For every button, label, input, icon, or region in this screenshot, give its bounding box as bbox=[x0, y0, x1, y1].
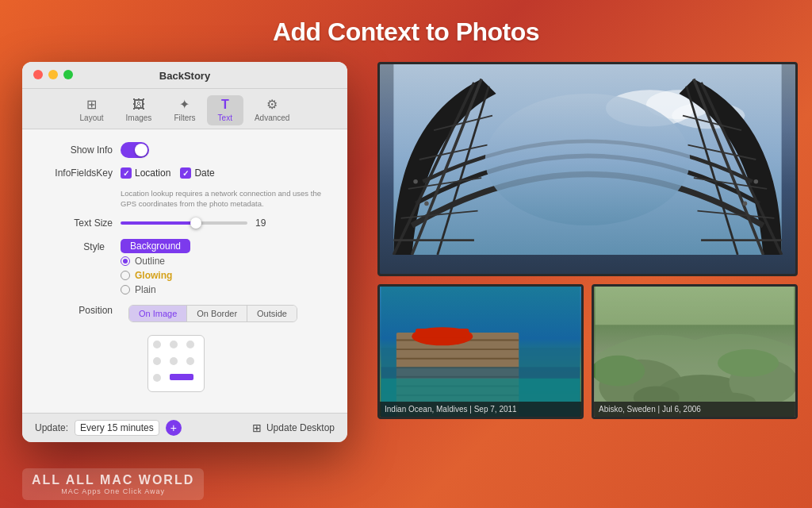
window-title: BackStory bbox=[33, 70, 336, 82]
position-tabs: On Image On Border Outside bbox=[128, 305, 297, 322]
slider-thumb[interactable] bbox=[190, 217, 201, 229]
position-on-border[interactable]: On Border bbox=[187, 306, 247, 321]
svg-point-20 bbox=[485, 94, 690, 225]
window-bottom: Update: Every 15 minutes + ⊞ Update Desk… bbox=[22, 413, 347, 442]
tab-text-label: Text bbox=[218, 114, 232, 122]
maldives-svg bbox=[380, 287, 581, 417]
position-row: Position On Image On Border Outside bbox=[41, 305, 328, 392]
tab-layout-label: Layout bbox=[80, 114, 104, 122]
plain-radio[interactable] bbox=[121, 285, 130, 294]
location-checkbox-item[interactable]: Location bbox=[121, 167, 170, 179]
layout-icon: ⊞ bbox=[86, 98, 97, 111]
style-background-option[interactable]: Background bbox=[121, 238, 190, 252]
filters-icon: ✦ bbox=[179, 98, 190, 111]
style-plain-option[interactable]: Plain bbox=[121, 284, 190, 295]
svg-point-24 bbox=[754, 179, 759, 184]
eiffel-svg bbox=[380, 64, 795, 255]
desktop-icon: ⊞ bbox=[252, 421, 262, 434]
maldives-caption: Indian Ocean, Maldives | Sep 7, 2011 bbox=[380, 402, 581, 417]
text-size-row: Text Size 19 bbox=[41, 217, 328, 229]
grid-dot-tc[interactable] bbox=[170, 341, 178, 348]
style-section: Style Background Outline Glowing bbox=[41, 238, 328, 295]
glowing-radio[interactable] bbox=[121, 271, 130, 280]
update-desktop-label: Update Desktop bbox=[266, 422, 335, 433]
location-checkbox[interactable] bbox=[121, 167, 132, 179]
tab-advanced[interactable]: ⚙ Advanced bbox=[243, 95, 301, 125]
style-label: Style bbox=[41, 238, 105, 252]
tab-layout[interactable]: ⊞ Layout bbox=[69, 95, 115, 125]
update-plus-button[interactable]: + bbox=[166, 420, 182, 436]
sweden-svg bbox=[594, 287, 795, 417]
watermark: ALL ALL MAC WORLD MAC Apps One Click Awa… bbox=[22, 468, 204, 500]
style-outline-label: Outline bbox=[135, 256, 165, 267]
page-title: Add Context to Photos bbox=[0, 0, 812, 47]
watermark-all: ALL bbox=[32, 473, 66, 487]
svg-rect-37 bbox=[416, 329, 469, 338]
maldives-date: Sep 7, 2011 bbox=[474, 405, 517, 414]
watermark-mac-world: ALL MAC WORLD bbox=[66, 473, 195, 487]
text-size-label: Text Size bbox=[41, 217, 113, 229]
grid-dot-tr[interactable] bbox=[186, 341, 194, 348]
style-options: Background Outline Glowing Plain bbox=[121, 238, 190, 295]
watermark-title: ALL ALL MAC WORLD bbox=[32, 473, 194, 487]
update-select[interactable]: Every 15 minutes bbox=[75, 420, 159, 436]
position-outside[interactable]: Outside bbox=[247, 306, 297, 321]
position-on-image[interactable]: On Image bbox=[129, 306, 187, 321]
text-size-slider-container: 19 bbox=[121, 217, 266, 229]
info-fields-label: InfoFieldsKey bbox=[41, 167, 113, 179]
grid-dot-mr[interactable] bbox=[186, 357, 194, 365]
style-glowing-label: Glowing bbox=[135, 270, 172, 281]
position-controls: On Image On Border Outside bbox=[128, 305, 297, 392]
grid-dot-mc[interactable] bbox=[170, 357, 178, 365]
info-fields-checkboxes: Location Date bbox=[121, 167, 215, 179]
app-window: BackStory ⊞ Layout 🖼 Images ✦ Filters T … bbox=[22, 62, 347, 442]
tab-text[interactable]: T Text bbox=[207, 95, 243, 125]
images-icon: 🖼 bbox=[132, 98, 145, 111]
tab-advanced-label: Advanced bbox=[255, 114, 289, 122]
grid-dot-ml[interactable] bbox=[153, 357, 161, 365]
advanced-icon: ⚙ bbox=[266, 98, 278, 111]
text-size-slider[interactable] bbox=[121, 221, 247, 225]
sweden-photo: Abisko, Sweden | Jul 6, 2006 bbox=[592, 284, 798, 419]
tab-filters-label: Filters bbox=[174, 114, 195, 122]
grid-dot-tl[interactable] bbox=[153, 341, 161, 348]
photos-bottom: Indian Ocean, Maldives | Sep 7, 2011 bbox=[377, 284, 798, 419]
update-label: Update: bbox=[35, 422, 68, 433]
main-photo: Eiffel Tower, Paris, France Jun 15, 2007 bbox=[377, 62, 798, 276]
toolbar: ⊞ Layout 🖼 Images ✦ Filters T Text ⚙ Adv… bbox=[22, 89, 347, 129]
eiffel-background bbox=[380, 64, 795, 274]
style-plain-label: Plain bbox=[135, 284, 156, 295]
tab-filters[interactable]: ✦ Filters bbox=[163, 95, 206, 125]
style-background-label: Background bbox=[121, 239, 190, 253]
outline-radio[interactable] bbox=[121, 256, 130, 266]
update-desktop-button[interactable]: ⊞ Update Desktop bbox=[252, 421, 335, 434]
tab-images[interactable]: 🖼 Images bbox=[115, 95, 163, 125]
svg-point-23 bbox=[743, 202, 748, 206]
show-info-toggle[interactable] bbox=[121, 142, 149, 158]
svg-rect-49 bbox=[596, 287, 795, 325]
grid-dot-bc[interactable] bbox=[170, 374, 193, 380]
show-info-label: Show Info bbox=[41, 144, 113, 156]
ocean-background bbox=[380, 287, 581, 417]
location-label: Location bbox=[135, 167, 170, 179]
grid-dot-bl[interactable] bbox=[153, 374, 161, 382]
sweden-date: Jul 6, 2006 bbox=[662, 405, 701, 414]
info-note: Location lookup requires a network conne… bbox=[121, 188, 327, 210]
style-outline-option[interactable]: Outline bbox=[121, 256, 190, 267]
date-checkbox[interactable] bbox=[180, 167, 191, 179]
titlebar: BackStory bbox=[22, 62, 347, 89]
date-label: Date bbox=[194, 167, 214, 179]
update-left: Update: Every 15 minutes + bbox=[35, 420, 182, 436]
sweden-background bbox=[594, 287, 795, 417]
maldives-location: Indian Ocean, Maldives bbox=[385, 405, 468, 414]
show-info-row: Show Info bbox=[41, 142, 328, 158]
tab-images-label: Images bbox=[126, 114, 152, 122]
style-row: Style Background Outline Glowing bbox=[41, 238, 328, 295]
style-glowing-option[interactable]: Glowing bbox=[121, 270, 190, 281]
window-content: Show Info InfoFieldsKey Location Date Lo… bbox=[22, 129, 347, 413]
svg-point-21 bbox=[424, 202, 429, 206]
text-size-value: 19 bbox=[255, 217, 266, 229]
maldives-photo: Indian Ocean, Maldives | Sep 7, 2011 bbox=[377, 284, 584, 419]
position-grid[interactable] bbox=[147, 335, 205, 392]
date-checkbox-item[interactable]: Date bbox=[180, 167, 214, 179]
